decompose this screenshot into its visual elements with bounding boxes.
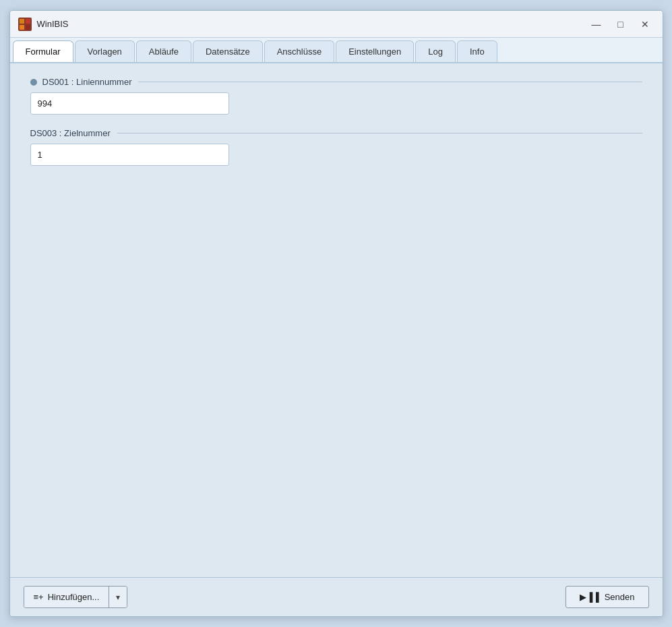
content-area: DS001 : Liniennummer DS003 : Zielnummer — [10, 63, 663, 577]
field-divider-ds003 — [117, 133, 642, 133]
svg-rect-2 — [26, 19, 30, 24]
tab-einstellungen[interactable]: Einstellungen — [336, 40, 414, 62]
svg-rect-3 — [20, 25, 24, 30]
hinzufugen-label: Hinzufügen... — [48, 592, 100, 602]
minimize-button[interactable]: — — [587, 17, 606, 32]
field-input-ds003[interactable] — [30, 144, 229, 166]
tab-vorlagen[interactable]: Vorlagen — [75, 40, 135, 62]
maximize-button[interactable]: □ — [611, 17, 630, 32]
hinzufugen-dropdown-button[interactable]: ▾ — [109, 587, 127, 607]
main-window: WinIBIS — □ ✕ Formular Vorlagen Abläufe … — [9, 10, 663, 617]
field-header-ds003: DS003 : Zielnummer — [30, 128, 642, 138]
svg-rect-4 — [26, 25, 30, 30]
field-section-ds001: DS001 : Liniennummer — [30, 77, 642, 115]
chevron-down-icon: ▾ — [116, 593, 120, 602]
tab-bar: Formular Vorlagen Abläufe Datensätze Ans… — [10, 38, 663, 63]
app-icon — [18, 18, 32, 31]
senden-label: Senden — [605, 592, 635, 602]
field-header-ds001: DS001 : Liniennummer — [30, 77, 642, 87]
field-label-ds001: DS001 : Liniennummer — [42, 77, 132, 87]
svg-rect-1 — [20, 19, 24, 24]
add-icon: ≡+ — [34, 592, 44, 602]
field-input-ds001[interactable] — [30, 92, 229, 115]
title-bar: WinIBIS — □ ✕ — [10, 11, 663, 38]
tab-formular[interactable]: Formular — [13, 40, 73, 62]
tab-info[interactable]: Info — [457, 40, 497, 62]
field-section-ds003: DS003 : Zielnummer — [30, 128, 642, 166]
field-indicator-ds001 — [30, 79, 37, 86]
send-icon: ▶▐▐ — [580, 592, 599, 602]
tab-ablaeufe[interactable]: Abläufe — [136, 40, 191, 62]
window-title: WinIBIS — [37, 19, 587, 29]
tab-log[interactable]: Log — [415, 40, 456, 62]
tab-datensaetze[interactable]: Datensätze — [193, 40, 263, 62]
window-controls: — □ ✕ — [587, 17, 654, 32]
field-label-ds003: DS003 : Zielnummer — [30, 128, 111, 138]
tab-anschluesse[interactable]: Anschlüsse — [264, 40, 334, 62]
hinzufugen-group: ≡+ Hinzufügen... ▾ — [24, 586, 128, 608]
field-divider-ds001 — [138, 82, 642, 82]
senden-button[interactable]: ▶▐▐ Senden — [566, 586, 648, 608]
close-button[interactable]: ✕ — [636, 17, 654, 32]
bottom-bar: ≡+ Hinzufügen... ▾ ▶▐▐ Senden — [10, 577, 663, 616]
hinzufugen-button[interactable]: ≡+ Hinzufügen... — [24, 587, 110, 607]
